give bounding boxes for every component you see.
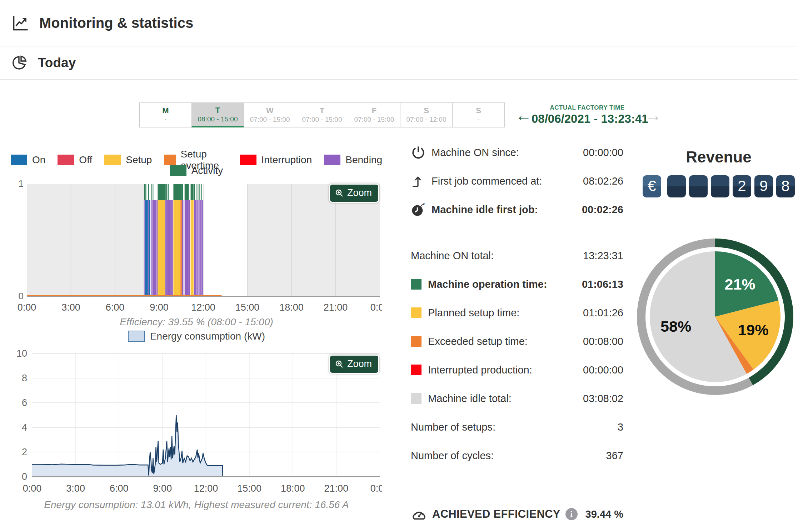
tab-monday[interactable]: M - [139,102,192,127]
tab-tuesday-selected[interactable]: T 08:00 - 15:00 [191,102,244,127]
pie-chart-icon [11,54,29,71]
machine-state-timeline-chart: 100:003:006:009:0012:0015:0018:0021:000:… [11,179,382,313]
svg-text:0:00: 0:00 [370,302,382,313]
magnifier-plus-icon [335,189,344,197]
energy-swatch [128,331,145,342]
tab-sunday[interactable]: S - [452,102,505,127]
legend-item-setup: Setup [104,154,152,166]
svg-text:0: 0 [22,471,27,482]
first-job-icon [411,174,432,188]
revenue-digit-tile [667,175,686,197]
svg-text:18:00: 18:00 [281,483,305,494]
svg-text:8: 8 [22,373,27,383]
tab-wednesday[interactable]: W 07:00 - 15:00 [244,102,296,127]
svg-text:6: 6 [22,397,27,408]
interrupted-swatch [411,365,422,375]
legend-item-off: Off [58,154,92,166]
idle-total-swatch [411,393,422,404]
stat-machine-operation-time: Machine operation time: 01:06:13 [411,276,623,293]
svg-text:3:00: 3:00 [66,483,85,494]
actual-factory-time: ACTUAL FACTORY TIME 08/06/2021 - 13:23:4… [532,104,643,126]
info-icon[interactable]: i [565,508,578,520]
energy-consumption-chart: 02468100:003:006:009:0012:0015:0018:0021… [11,341,382,496]
svg-text:9:00: 9:00 [153,483,172,494]
revenue-digit-tile: 8 [776,175,795,197]
stat-planned-setup-time: Planned setup time: 01:01:26 [411,304,623,321]
svg-text:z: z [423,202,425,206]
timeline-plot: 100:003:006:009:0012:0015:0018:0021:000:… [11,179,382,313]
svg-text:15:00: 15:00 [235,302,260,313]
section-header: Today [0,46,798,80]
off-swatch [58,155,74,165]
chart-line-icon [11,14,30,32]
stat-machine-on-total: Machine ON total: 13:23:31 [411,247,623,264]
svg-text:1: 1 [19,179,24,189]
factory-time-label: ACTUAL FACTORY TIME [532,104,643,111]
energy-zoom-button[interactable]: Zoom [329,355,379,374]
exceeded-setup-swatch [411,336,422,347]
previous-day-arrow-icon[interactable]: ← [515,107,532,124]
magnifier-plus-icon [335,360,344,368]
monitoring-dashboard: Monitoring & statistics Today M - T 08:0… [0,0,798,532]
on-swatch [11,155,27,165]
currency-tile: € [643,175,661,197]
svg-text:21%: 21% [725,276,755,293]
factory-time-value: 08/06/2021 - 13:23:41 [532,112,643,126]
tab-friday[interactable]: F 07:00 - 15:00 [348,102,400,127]
svg-text:12:00: 12:00 [191,302,215,313]
svg-text:15:00: 15:00 [237,483,261,494]
revenue-panel: Revenue € 2 9 8 [639,148,798,197]
svg-text:0:00: 0:00 [23,483,42,494]
setup-overtime-swatch [164,155,175,165]
next-day-arrow-icon[interactable]: → [645,107,662,124]
stat-number-of-setups: Number of setups: 3 [411,418,623,436]
legend-item-interruption: Interruption [240,154,312,166]
energy-plot: 02468100:003:006:009:0012:0015:0018:0021… [11,341,382,496]
interruption-swatch [240,155,256,165]
energy-legend: Energy consumption (kW) [11,331,382,342]
svg-text:0:00: 0:00 [18,302,36,313]
pie-plot: 21%19%58% [631,233,798,401]
stat-machine-idle-first-job: z z Machine idle first job: 00:02:26 [411,201,623,218]
page-title: Monitoring & statistics [39,15,193,31]
svg-text:21:00: 21:00 [324,302,348,313]
revenue-digit-tile [711,175,729,197]
power-icon [411,145,432,160]
legend-item-bending: Bending [324,154,382,166]
activity-swatch [170,165,186,176]
svg-text:6:00: 6:00 [106,302,125,313]
efficiency-caption: Efficiency: 39.55 % (08:00 - 15:00) [11,316,382,328]
svg-text:18:00: 18:00 [279,302,304,313]
revenue-digit-tile: 9 [754,175,773,197]
weekday-tabs: M - T 08:00 - 15:00 W 07:00 - 15:00 T 07… [139,102,505,127]
svg-text:21:00: 21:00 [324,483,349,494]
svg-text:0: 0 [19,291,24,301]
svg-text:19%: 19% [738,321,769,338]
revenue-counter: € 2 9 8 [639,175,798,197]
tab-thursday[interactable]: T 07:00 - 15:00 [296,102,348,127]
tab-saturday[interactable]: S 07:00 - 12:00 [400,102,453,127]
svg-text:12:00: 12:00 [194,483,218,494]
stat-interrupted-production: Interrupted production: 00:00:00 [411,361,623,378]
stat-number-of-cycles: Number of cycles: 367 [411,447,623,464]
timeline-zoom-button[interactable]: Zoom [329,184,379,203]
svg-text:10: 10 [16,348,27,359]
idle-clock-icon: z z [411,202,432,217]
svg-text:4: 4 [22,422,27,433]
app-header: Monitoring & statistics [0,0,798,46]
planned-setup-swatch [411,307,422,318]
time-distribution-pie-chart: 21%19%58% [631,233,798,401]
operation-swatch [411,279,422,290]
revenue-title: Revenue [639,148,798,166]
revenue-digit-tile [689,175,708,197]
svg-text:2: 2 [22,447,27,457]
svg-text:6:00: 6:00 [110,483,129,494]
svg-text:0:00: 0:00 [370,483,382,494]
legend-item-activity: Activity [170,165,223,176]
svg-text:3:00: 3:00 [61,302,80,313]
stat-exceeded-setup-time: Exceeded setup time: 00:08:00 [411,333,623,350]
bending-swatch [324,155,340,165]
legend-item-on: On [11,154,45,166]
revenue-digit-tile: 2 [733,175,751,197]
stat-machine-idle-total: Machine idle total: 03:08:02 [411,390,623,407]
